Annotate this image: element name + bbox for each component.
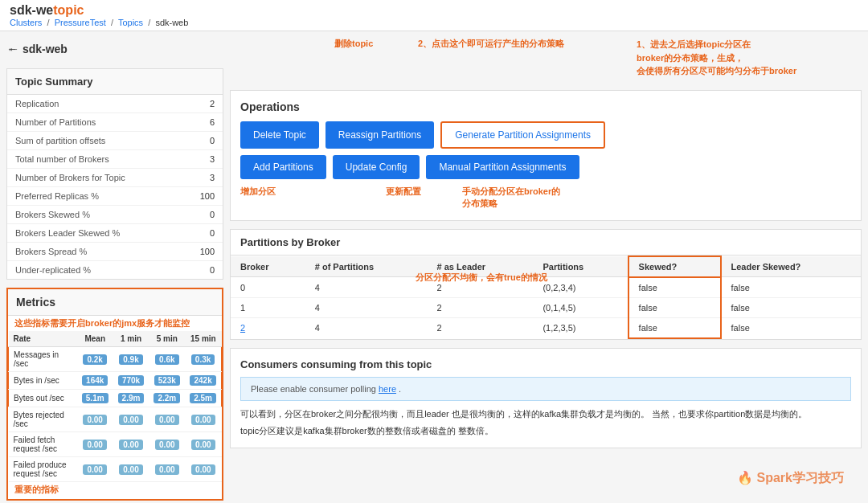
back-link[interactable]: ← ← sdk-web bbox=[6, 38, 223, 60]
metric-5min: 523k bbox=[149, 372, 185, 390]
summary-label: Preferred Replicas % bbox=[15, 191, 99, 201]
metric-5min: 0.6k bbox=[149, 347, 185, 372]
summary-label: Brokers Skewed % bbox=[15, 210, 90, 219]
generate-partition-assignments-button[interactable]: Generate Partition Assignments bbox=[440, 121, 605, 149]
topic-label: topic bbox=[53, 3, 84, 17]
metric-label: Messages in /sec bbox=[9, 347, 77, 372]
leader-skewed-cell: false bbox=[721, 277, 861, 298]
num-partitions-cell: 4 bbox=[305, 297, 428, 317]
partitions-col: Partitions bbox=[533, 256, 628, 277]
metric-15min: 242k bbox=[185, 372, 221, 390]
summary-row: Replication2 bbox=[7, 95, 223, 113]
metric-mean: 164k bbox=[77, 372, 113, 390]
annotation-add-partitions: 增加分区 bbox=[240, 186, 345, 211]
annotation-manual-partition: 手动分配分区在broker的分布策略 bbox=[462, 186, 560, 211]
summary-row: Brokers Skewed %0 bbox=[7, 206, 223, 224]
right-panel: 删除topic 2、点击这个即可运行产生的分布策略 1、进去之后选择topic分… bbox=[230, 38, 862, 501]
partitions-title: Partitions by Broker bbox=[231, 230, 861, 256]
broker-cell: 0 bbox=[231, 277, 305, 298]
as-leader-cell: 2 bbox=[428, 317, 534, 338]
num-partitions-cell: 4 bbox=[305, 277, 428, 298]
partition-list-cell: (1,2,3,5) bbox=[533, 317, 628, 338]
metric-mean: 0.00 bbox=[77, 432, 113, 457]
breadcrumb-topics[interactable]: Topics bbox=[118, 18, 143, 27]
partitions-table-container: Broker # of Partitions # as Leader Parti… bbox=[231, 256, 861, 339]
consumer-note-text: Please enable consumer polling bbox=[251, 384, 379, 394]
breadcrumb-pressuretest[interactable]: PressureTest bbox=[55, 18, 106, 27]
num-partitions-cell: 4 bbox=[305, 317, 428, 338]
summary-row: Sum of partition offsets0 bbox=[7, 132, 223, 150]
metric-5min: 2.2m bbox=[149, 390, 185, 407]
broker-cell: 2 bbox=[231, 317, 305, 338]
manual-partition-assignments-button[interactable]: Manual Partition Assignments bbox=[426, 155, 579, 179]
summary-value: 0 bbox=[210, 210, 215, 219]
page-title: sdk-wetopic bbox=[10, 3, 858, 18]
mean-col-header: Mean bbox=[77, 331, 113, 347]
delete-topic-button[interactable]: Delete Topic bbox=[240, 121, 319, 149]
skewed-cell: false bbox=[628, 317, 721, 338]
summary-label: Brokers Spread % bbox=[15, 247, 87, 256]
summary-rows: Replication2Number of Partitions6Sum of … bbox=[7, 95, 223, 279]
watermark: 🔥 Spark学习技巧 bbox=[737, 470, 844, 487]
broker-link[interactable]: 2 bbox=[240, 323, 245, 333]
rate-col-header: Rate bbox=[9, 331, 77, 347]
summary-value: 3 bbox=[210, 154, 215, 164]
metrics-rows: Messages in /sec 0.2k 0.9k 0.6k 0.3k Byt… bbox=[9, 347, 222, 482]
table-row: 1 4 2 (0,1,4,5) false false bbox=[231, 297, 861, 317]
important-metrics-label: 重要的指标 bbox=[8, 482, 222, 499]
annotation-generate-desc: 2、点击这个即可运行产生的分布策略 bbox=[391, 38, 592, 50]
summary-value: 3 bbox=[210, 173, 215, 182]
metric-label: Bytes out /sec bbox=[9, 390, 77, 407]
summary-value: 2 bbox=[210, 99, 215, 108]
summary-value: 100 bbox=[200, 247, 215, 256]
left-panel: ← ← sdk-web Topic Summary Replication2Nu… bbox=[6, 38, 223, 501]
metric-1min: 0.00 bbox=[113, 432, 149, 457]
summary-row: Brokers Spread %100 bbox=[7, 243, 223, 261]
table-row: Bytes out /sec 5.1m 2.9m 2.2m 2.5m bbox=[9, 390, 222, 407]
summary-row: Number of Partitions6 bbox=[7, 113, 223, 132]
summary-value: 0 bbox=[210, 228, 215, 238]
consumers-title: Consumers consuming from this topic bbox=[240, 358, 851, 370]
skewed-col: Skewed? bbox=[628, 256, 721, 277]
table-row: Failed produce request /sec 0.00 0.00 0.… bbox=[9, 457, 222, 482]
skewed-cell: false bbox=[628, 297, 721, 317]
metrics-annotation: 这些指标需要开启broker的jmx服务才能监控 bbox=[8, 316, 222, 331]
partition-list-cell: (0,2,3,4) bbox=[533, 277, 628, 298]
add-partitions-button[interactable]: Add Partitions bbox=[240, 155, 326, 179]
reassign-partitions-button[interactable]: Reassign Partitions bbox=[326, 121, 434, 149]
metric-5min: 0.00 bbox=[149, 432, 185, 457]
metric-15min: 0.00 bbox=[185, 457, 221, 482]
metric-15min: 0.00 bbox=[185, 432, 221, 457]
summary-value: 100 bbox=[200, 191, 215, 201]
metric-1min: 2.9m bbox=[113, 390, 149, 407]
table-row: Bytes in /sec 164k 770k 523k 242k bbox=[9, 372, 222, 390]
metrics-table: Rate Mean 1 min 5 min 15 min Messages in… bbox=[8, 331, 222, 482]
table-row: Failed fetch request /sec 0.00 0.00 0.00… bbox=[9, 432, 222, 457]
topic-summary: Topic Summary Replication2Number of Part… bbox=[6, 68, 223, 280]
broker-col: Broker bbox=[231, 256, 305, 277]
update-config-button[interactable]: Update Config bbox=[333, 155, 420, 179]
topic-build-desc-text: topic分区建议是kafka集群broker数的整数倍或者磁盘的 整数倍。 bbox=[240, 426, 493, 436]
partitions-rows: 0 4 2 (0,2,3,4) false false 1 4 2 (0,1,4… bbox=[231, 277, 861, 338]
leader-skewed-cell: false bbox=[721, 297, 861, 317]
1min-col-header: 1 min bbox=[113, 331, 149, 347]
consumer-note-suffix: . bbox=[399, 384, 401, 394]
summary-row: Number of Brokers for Topic3 bbox=[7, 169, 223, 187]
header: sdk-wetopic Clusters / PressureTest / To… bbox=[0, 0, 868, 31]
annotation-consumer-desc: 可以看到，分区在broker之间分配很均衡，而且leader 也是很均衡的，这样… bbox=[240, 407, 851, 422]
summary-row: Preferred Replicas %100 bbox=[7, 187, 223, 206]
partitions-table: Broker # of Partitions # as Leader Parti… bbox=[231, 256, 861, 339]
summary-label: Total number of Brokers bbox=[15, 154, 109, 164]
summary-row: Brokers Leader Skewed %0 bbox=[7, 224, 223, 243]
metric-mean: 5.1m bbox=[77, 390, 113, 407]
breadcrumb-clusters[interactable]: Clusters bbox=[10, 18, 42, 27]
metric-label: Failed fetch request /sec bbox=[9, 432, 77, 457]
topic-summary-title: Topic Summary bbox=[7, 69, 223, 95]
as-leader-cell: 2 bbox=[428, 297, 534, 317]
metric-5min: 0.00 bbox=[149, 457, 185, 482]
consumer-note: Please enable consumer polling here . bbox=[240, 377, 851, 401]
num-partitions-col: # of Partitions bbox=[305, 256, 428, 277]
consumer-here-link[interactable]: here bbox=[379, 384, 396, 394]
summary-value: 6 bbox=[210, 117, 215, 127]
annotation-update-config: 更新配置 bbox=[351, 186, 456, 211]
